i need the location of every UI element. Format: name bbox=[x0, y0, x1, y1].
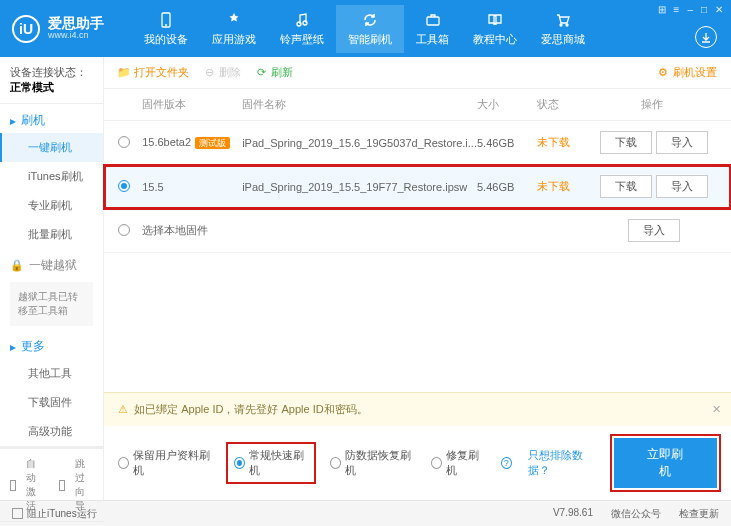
nav-store[interactable]: 爱思商城 bbox=[529, 5, 597, 53]
flash-icon: ▸ bbox=[10, 114, 16, 128]
radio-unchecked[interactable] bbox=[118, 136, 130, 148]
opt-keep-data[interactable]: 保留用户资料刷机 bbox=[118, 448, 212, 478]
download-button[interactable]: 下载 bbox=[600, 175, 652, 198]
status-bar: 阻止iTunes运行 V7.98.61 微信公众号 检查更新 bbox=[0, 500, 731, 526]
device-info[interactable]: ▪ iPad Air 3 64GB iPad bbox=[0, 521, 103, 526]
refresh-icon bbox=[361, 11, 379, 29]
auto-activate-checkbox[interactable] bbox=[10, 480, 16, 491]
nav-flash[interactable]: 智能刷机 bbox=[336, 5, 404, 53]
music-icon bbox=[293, 11, 311, 29]
beta-badge: 测试版 bbox=[195, 137, 230, 149]
minimize-icon[interactable]: – bbox=[687, 4, 693, 15]
jailbreak-note: 越狱工具已转移至工具箱 bbox=[10, 282, 93, 326]
sidebar-item-other[interactable]: 其他工具 bbox=[0, 359, 103, 388]
nav-tutorials[interactable]: 教程中心 bbox=[461, 5, 529, 53]
flash-settings-button[interactable]: ⚙刷机设置 bbox=[657, 65, 717, 80]
svg-rect-4 bbox=[427, 17, 439, 25]
svg-point-3 bbox=[303, 21, 307, 25]
download-button[interactable]: 下载 bbox=[600, 131, 652, 154]
sidebar: 设备连接状态：正常模式 ▸刷机 一键刷机 iTunes刷机 专业刷机 批量刷机 … bbox=[0, 57, 104, 500]
refresh-icon: ⟳ bbox=[255, 67, 267, 79]
app-name: 爱思助手 bbox=[48, 16, 104, 31]
more-icon: ▸ bbox=[10, 340, 16, 354]
book-icon bbox=[486, 11, 504, 29]
skip-guide-checkbox[interactable] bbox=[59, 480, 65, 491]
flash-options: 保留用户资料刷机 常规快速刷机 防数据恢复刷机 修复刷机 ? 只想排除数据？ 立… bbox=[104, 426, 731, 500]
firmware-row-selected[interactable]: 15.5 iPad_Spring_2019_15.5_19F77_Restore… bbox=[104, 165, 731, 209]
firmware-row[interactable]: 15.6beta2测试版 iPad_Spring_2019_15.6_19G50… bbox=[104, 121, 731, 165]
sidebar-item-batch[interactable]: 批量刷机 bbox=[0, 220, 103, 249]
radio-checked[interactable] bbox=[118, 180, 130, 192]
titlebar: iU 爱思助手 www.i4.cn 我的设备 应用游戏 铃声壁纸 智能刷机 工具… bbox=[0, 0, 731, 57]
sidebar-section-more[interactable]: ▸更多 bbox=[0, 330, 103, 359]
import-button[interactable]: 导入 bbox=[656, 175, 708, 198]
folder-icon: 📁 bbox=[118, 67, 130, 79]
opt-normal-flash[interactable]: 常规快速刷机 bbox=[228, 444, 314, 482]
help-icon[interactable]: ? bbox=[501, 457, 512, 469]
delete-button[interactable]: ⊖删除 bbox=[203, 65, 241, 80]
wechat-link[interactable]: 微信公众号 bbox=[611, 507, 661, 521]
maximize-icon[interactable]: □ bbox=[701, 4, 707, 15]
main-panel: 📁打开文件夹 ⊖删除 ⟳刷新 ⚙刷机设置 固件版本 固件名称 大小 状态 操作 … bbox=[104, 57, 731, 500]
nav-my-device[interactable]: 我的设备 bbox=[132, 5, 200, 53]
sidebar-item-oneclick[interactable]: 一键刷机 bbox=[0, 133, 103, 162]
main-nav: 我的设备 应用游戏 铃声壁纸 智能刷机 工具箱 教程中心 爱思商城 bbox=[132, 5, 597, 53]
local-firmware-row[interactable]: 选择本地固件 导入 bbox=[104, 209, 731, 253]
close-icon[interactable]: ✕ bbox=[715, 4, 723, 15]
sidebar-item-pro[interactable]: 专业刷机 bbox=[0, 191, 103, 220]
svg-point-2 bbox=[297, 22, 301, 26]
refresh-button[interactable]: ⟳刷新 bbox=[255, 65, 293, 80]
sidebar-section-flash[interactable]: ▸刷机 bbox=[0, 104, 103, 133]
close-warning-button[interactable]: ✕ bbox=[712, 403, 721, 416]
import-button[interactable]: 导入 bbox=[656, 131, 708, 154]
logo-icon: iU bbox=[12, 15, 40, 43]
lock-icon: 🔒 bbox=[10, 259, 24, 272]
exclude-data-link[interactable]: 只想排除数据？ bbox=[528, 448, 598, 478]
window-controls: ⊞ ≡ – □ ✕ bbox=[658, 4, 723, 15]
open-folder-button[interactable]: 📁打开文件夹 bbox=[118, 65, 189, 80]
gear-icon: ⚙ bbox=[657, 67, 669, 79]
settings-icon[interactable]: ⊞ bbox=[658, 4, 666, 15]
download-manager-button[interactable] bbox=[695, 26, 717, 48]
table-header: 固件版本 固件名称 大小 状态 操作 bbox=[104, 89, 731, 121]
nav-ringtones[interactable]: 铃声壁纸 bbox=[268, 5, 336, 53]
toolbox-icon bbox=[424, 11, 442, 29]
logo: iU 爱思助手 www.i4.cn bbox=[12, 15, 104, 43]
opt-repair[interactable]: 修复刷机 bbox=[431, 448, 485, 478]
nav-apps[interactable]: 应用游戏 bbox=[200, 5, 268, 53]
warning-icon: ⚠ bbox=[118, 403, 128, 416]
app-icon bbox=[225, 11, 243, 29]
app-url: www.i4.cn bbox=[48, 31, 104, 41]
phone-icon bbox=[157, 11, 175, 29]
sidebar-item-downloadfw[interactable]: 下载固件 bbox=[0, 388, 103, 417]
trash-icon: ⊖ bbox=[203, 67, 215, 79]
sidebar-item-advanced[interactable]: 高级功能 bbox=[0, 417, 103, 446]
block-itunes-checkbox[interactable] bbox=[12, 508, 23, 519]
version-label: V7.98.61 bbox=[553, 507, 593, 521]
check-update-link[interactable]: 检查更新 bbox=[679, 507, 719, 521]
import-button[interactable]: 导入 bbox=[628, 219, 680, 242]
radio-unchecked[interactable] bbox=[118, 224, 130, 236]
toolbar: 📁打开文件夹 ⊖删除 ⟳刷新 ⚙刷机设置 bbox=[104, 57, 731, 89]
svg-point-5 bbox=[560, 24, 562, 26]
status-badge: 未下载 bbox=[537, 179, 587, 194]
svg-point-6 bbox=[566, 24, 568, 26]
cart-icon bbox=[554, 11, 572, 29]
nav-toolbox[interactable]: 工具箱 bbox=[404, 5, 461, 53]
sidebar-section-jailbreak[interactable]: 🔒一键越狱 bbox=[0, 249, 103, 278]
warning-banner: ⚠ 如已绑定 Apple ID，请先登好 Apple ID和密码。 ✕ bbox=[104, 392, 731, 426]
opt-anti-recovery[interactable]: 防数据恢复刷机 bbox=[330, 448, 414, 478]
sidebar-item-itunes[interactable]: iTunes刷机 bbox=[0, 162, 103, 191]
start-flash-button[interactable]: 立即刷机 bbox=[614, 438, 717, 488]
status-badge: 未下载 bbox=[537, 135, 587, 150]
connection-status: 设备连接状态：正常模式 bbox=[0, 57, 103, 104]
menu-icon[interactable]: ≡ bbox=[674, 4, 680, 15]
